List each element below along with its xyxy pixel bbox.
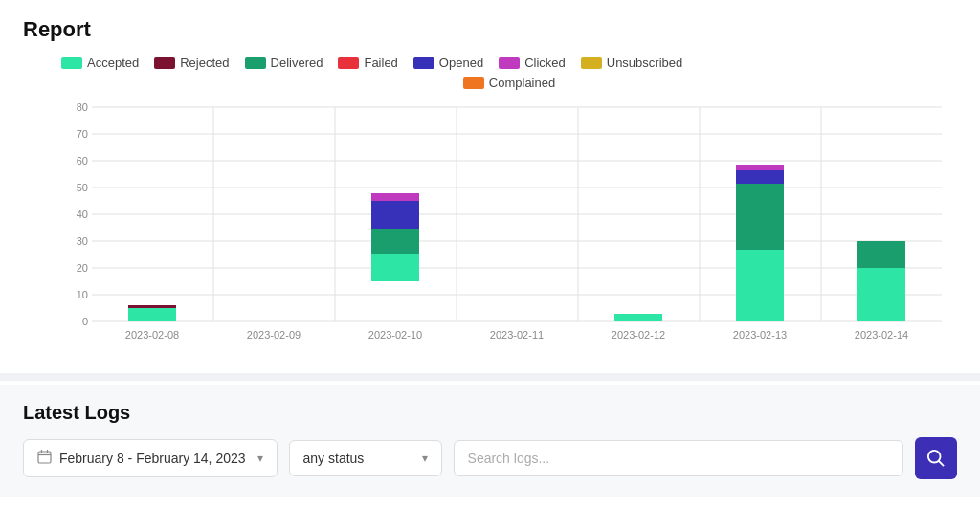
search-icon [927,450,945,467]
chevron-down-icon: ▾ [257,452,263,465]
legend-swatch-rejected [154,57,175,69]
legend-item-accepted: Accepted [61,55,139,70]
svg-text:0: 0 [82,316,88,327]
chart-legend: Accepted Rejected Delivered Failed Opene… [23,55,957,90]
svg-text:2023-02-14: 2023-02-14 [855,329,908,341]
svg-rect-31 [38,452,51,463]
legend-swatch-unsubscribed [581,57,602,69]
legend-label-accepted: Accepted [87,55,139,70]
legend-item-failed: Failed [338,55,397,70]
legend-item-rejected: Rejected [154,55,229,70]
legend-swatch-clicked [499,57,520,69]
status-chevron-down-icon: ▾ [422,452,428,465]
legend-label-clicked: Clicked [524,55,566,70]
bar-13-delivered [736,184,784,250]
legend-swatch-failed [338,57,359,69]
report-title: Report [23,17,957,42]
bar-08-accepted [128,308,176,321]
bar-10-accepted [371,254,419,281]
legend-item-opened: Opened [413,55,483,70]
svg-text:50: 50 [77,182,88,193]
chart-area: 0 10 20 30 40 50 60 70 80 [23,101,957,373]
bar-13-opened [736,170,784,184]
legend-label-delivered: Delivered [271,55,323,70]
bar-08-rejected [128,305,176,308]
bar-13-accepted [736,250,784,321]
svg-text:80: 80 [77,101,88,113]
legend-swatch-accepted [61,57,82,69]
search-button[interactable] [915,437,957,479]
legend-label-rejected: Rejected [180,55,229,70]
bar-14-accepted [858,268,905,321]
search-wrapper [454,440,903,476]
legend-label-complained: Complained [489,76,555,90]
svg-text:2023-02-10: 2023-02-10 [368,329,422,341]
date-range-label: February 8 - February 14, 2023 [59,451,246,466]
svg-text:2023-02-12: 2023-02-12 [612,329,665,341]
status-label: any status [303,451,365,466]
bar-14-delivered [858,241,905,268]
legend-swatch-delivered [245,57,266,69]
logs-title: Latest Logs [23,402,957,424]
svg-text:2023-02-09: 2023-02-09 [247,329,301,341]
svg-text:2023-02-11: 2023-02-11 [490,329,544,341]
logs-controls: February 8 - February 14, 2023 ▾ any sta… [23,437,957,479]
status-select[interactable]: any status ▾ [289,440,442,476]
report-section: Report Accepted Rejected Delivered Faile… [0,0,980,373]
legend-label-unsubscribed: Unsubscribed [607,55,683,70]
legend-item-delivered: Delivered [245,55,323,70]
legend-label-failed: Failed [364,55,397,70]
section-divider [0,373,980,381]
svg-text:20: 20 [77,262,88,274]
page-container: Report Accepted Rejected Delivered Faile… [0,0,980,508]
legend-label-opened: Opened [439,55,483,70]
bar-12-accepted [614,314,662,321]
legend-item-clicked: Clicked [499,55,566,70]
svg-text:2023-02-13: 2023-02-13 [733,329,787,341]
bar-chart: 0 10 20 30 40 50 60 70 80 [61,101,961,341]
calendar-icon [37,450,52,467]
logs-section: Latest Logs February 8 - February 14, 20… [0,385,980,497]
legend-item-complained: Complained [463,76,555,90]
svg-text:30: 30 [77,235,88,247]
svg-text:70: 70 [77,128,88,140]
bar-10-opened [371,201,419,229]
bar-10-delivered [371,229,419,254]
legend-swatch-complained [463,77,484,89]
svg-text:10: 10 [77,289,88,300]
date-range-picker[interactable]: February 8 - February 14, 2023 ▾ [23,439,278,477]
legend-swatch-opened [413,57,434,69]
svg-text:40: 40 [77,209,88,220]
svg-text:2023-02-08: 2023-02-08 [125,329,179,341]
svg-text:60: 60 [77,155,88,166]
bar-10-clicked [371,193,419,201]
search-input[interactable] [454,440,903,476]
legend-item-unsubscribed: Unsubscribed [581,55,683,70]
bar-13-clicked [736,165,784,170]
